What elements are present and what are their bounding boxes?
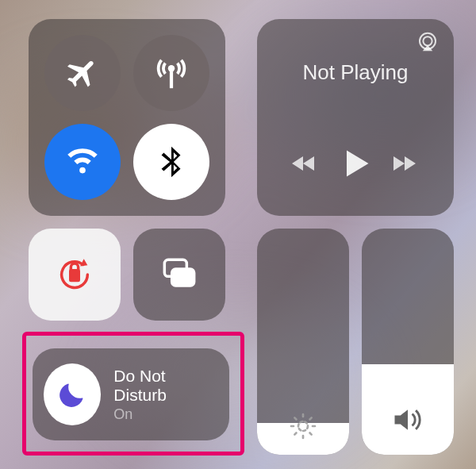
- wifi-icon: [64, 144, 101, 180]
- next-track-button[interactable]: [390, 152, 422, 179]
- moon-badge: [44, 363, 101, 425]
- airplane-icon: [64, 55, 101, 91]
- svg-point-0: [168, 65, 175, 71]
- cellular-antenna-icon: [153, 55, 190, 91]
- dnd-state: On: [113, 406, 215, 423]
- sliders-group: [257, 229, 454, 456]
- utility-row: [29, 229, 244, 321]
- dnd-text: Do Not Disturb On: [113, 367, 215, 423]
- screen-mirroring-button[interactable]: [133, 229, 225, 321]
- previous-track-button[interactable]: [289, 152, 321, 179]
- brightness-icon: [257, 412, 349, 440]
- svg-point-7: [298, 421, 308, 431]
- play-icon: [338, 146, 373, 181]
- volume-slider[interactable]: [362, 229, 454, 455]
- dnd-highlight: Do Not Disturb On: [22, 332, 244, 456]
- bluetooth-toggle[interactable]: [133, 124, 209, 200]
- play-button[interactable]: [338, 146, 373, 184]
- svg-rect-4: [69, 269, 80, 282]
- do-not-disturb-toggle[interactable]: Do Not Disturb On: [33, 348, 229, 440]
- brightness-slider[interactable]: [257, 229, 349, 455]
- orientation-lock-toggle[interactable]: [29, 229, 121, 321]
- volume-icon: [362, 402, 454, 437]
- svg-line-15: [310, 417, 312, 419]
- skip-back-icon: [289, 152, 321, 175]
- screen-mirroring-icon: [157, 252, 202, 297]
- svg-line-13: [310, 433, 312, 435]
- orientation-lock-icon: [52, 252, 97, 297]
- airplay-button[interactable]: [416, 30, 440, 57]
- dnd-title: Do Not Disturb: [113, 367, 215, 405]
- now-playing-label: Not Playing: [303, 60, 409, 85]
- media-panel[interactable]: Not Playing: [257, 19, 454, 216]
- svg-rect-6: [172, 269, 194, 286]
- svg-line-12: [294, 417, 296, 419]
- cellular-data-toggle[interactable]: [133, 35, 209, 111]
- skip-forward-icon: [390, 152, 422, 175]
- bluetooth-icon: [153, 144, 190, 180]
- media-controls: [271, 146, 440, 184]
- moon-icon: [56, 379, 88, 410]
- control-center: Not Playing: [0, 0, 476, 469]
- airplane-mode-toggle[interactable]: [44, 35, 121, 111]
- airplay-icon: [416, 30, 440, 54]
- wifi-toggle[interactable]: [44, 124, 121, 200]
- svg-point-3: [423, 37, 432, 45]
- connectivity-panel[interactable]: [29, 19, 225, 216]
- svg-line-14: [294, 433, 296, 435]
